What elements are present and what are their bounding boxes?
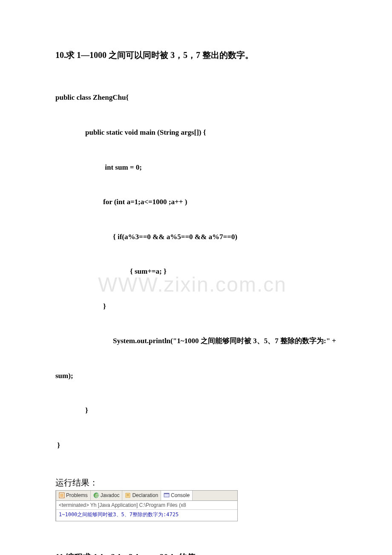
- tab-declaration[interactable]: Declaration: [122, 491, 161, 500]
- javadoc-icon: @: [93, 492, 99, 498]
- tab-console[interactable]: Console: [161, 491, 193, 500]
- code-line: int sum = 0;: [55, 162, 337, 173]
- tab-problems[interactable]: Problems: [56, 491, 91, 500]
- code-line: }: [55, 439, 337, 451]
- ide-status: <terminated> Yh [Java Application] C:\Pr…: [56, 501, 237, 510]
- tab-label: Console: [171, 492, 190, 498]
- code-line: }: [55, 301, 337, 312]
- code-line: sum);: [55, 370, 337, 382]
- tab-label: Javadoc: [101, 492, 120, 498]
- svg-rect-8: [164, 493, 169, 494]
- problem10-result-label: 运行结果：: [55, 477, 337, 489]
- ide-output: 1~1000之间能够同时被3、5、7整除的数字为:4725: [56, 510, 237, 521]
- svg-rect-4: [126, 493, 130, 497]
- svg-rect-1: [60, 494, 63, 497]
- problem10-code: public class ZhengChu{ public static voi…: [55, 69, 337, 474]
- code-line: }: [55, 405, 337, 416]
- problem11-heading: 11.编程求 1！+2！+3！+…+20！ 的值。: [55, 551, 337, 555]
- ide-console-panel: Problems @ Javadoc Declaration Console <…: [55, 490, 238, 521]
- svg-text:@: @: [95, 493, 99, 498]
- declaration-icon: [125, 492, 131, 498]
- code-line: { sum+=a; }: [55, 266, 337, 277]
- code-line: public static void main (String args[]) …: [55, 127, 337, 138]
- tab-label: Problems: [66, 492, 88, 498]
- code-line: public class ZhengChu{: [55, 92, 337, 103]
- code-line: for (int a=1;a<=1000 ;a++ ): [55, 196, 337, 208]
- code-line: System.out.println("1~1000 之间能够同时被 3、5、7…: [55, 335, 337, 347]
- ide-tabs: Problems @ Javadoc Declaration Console: [56, 491, 237, 501]
- problem10-heading: 10.求 1—1000 之间可以同时被 3，5，7 整出的数字。: [55, 49, 337, 61]
- problems-icon: [59, 492, 65, 498]
- tab-label: Declaration: [132, 492, 158, 498]
- code-line: { if(a%3==0 && a%5==0 && a%7==0): [55, 231, 337, 243]
- tab-javadoc[interactable]: @ Javadoc: [91, 491, 123, 500]
- console-icon: [164, 492, 170, 498]
